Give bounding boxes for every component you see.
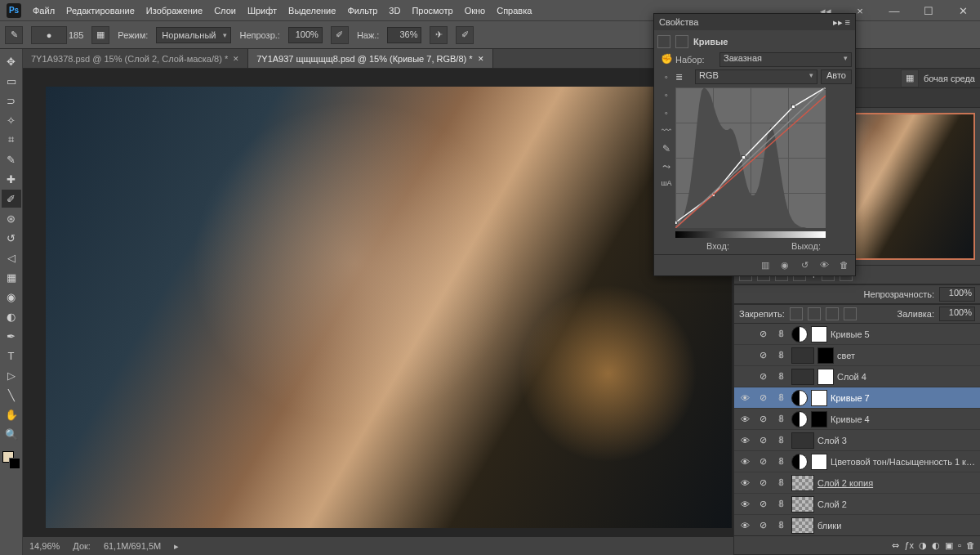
view-prev-icon[interactable]: ◉ <box>778 260 791 271</box>
opacity-input[interactable]: 100% <box>288 27 323 43</box>
link-slot[interactable]: ⊘ <box>755 350 770 360</box>
tool-preset-icon[interactable]: ✎ <box>5 26 23 44</box>
layer-name[interactable]: блики <box>817 521 977 530</box>
layer-row[interactable]: 👁⊘𝟠Слой 2 <box>734 494 980 515</box>
menu-select[interactable]: Выделение <box>288 6 336 16</box>
window-max-icon[interactable]: ☐ <box>911 0 946 21</box>
layer-row[interactable]: 👁⊘𝟠Цветовой тон/Насыщенность 1 ко... <box>734 451 980 472</box>
layer-name[interactable]: Кривые 7 <box>831 393 977 403</box>
link-slot2[interactable]: 𝟠 <box>773 392 788 403</box>
layer-row[interactable]: 👁⊘𝟠Слой 3 <box>734 430 980 451</box>
new-group-icon[interactable]: ▣ <box>945 540 953 551</box>
tablet-pressure-icon[interactable]: ✐ <box>456 26 474 44</box>
pen-tool-icon[interactable]: ✒ <box>2 327 21 345</box>
window-min-icon[interactable]: — <box>877 0 911 21</box>
link-slot2[interactable]: 𝟠 <box>773 520 788 530</box>
collapse-icon[interactable]: ▸▸ ≡ <box>833 17 850 28</box>
lock-all-icon[interactable] <box>844 307 857 320</box>
layer-name[interactable]: Слой 3 <box>817 436 977 445</box>
link-slot2[interactable]: 𝟠 <box>773 499 788 509</box>
pencil-curve-icon[interactable]: ✎ <box>659 143 674 156</box>
link-slot[interactable]: ⊘ <box>755 435 770 445</box>
layer-fill-input[interactable]: 100% <box>939 307 975 321</box>
layer-name[interactable]: свет <box>837 351 977 360</box>
visibility-icon[interactable]: 👁 <box>737 393 752 403</box>
menu-layers[interactable]: Слои <box>214 6 236 16</box>
stamp-tool-icon[interactable]: ⊛ <box>2 209 21 227</box>
flow-input[interactable]: 36% <box>387 27 421 43</box>
channel-select[interactable]: RGB <box>695 69 817 84</box>
trash-icon[interactable]: 🗑 <box>966 540 975 550</box>
link-slot[interactable]: ⊘ <box>755 414 770 424</box>
layer-name[interactable]: Слой 2 <box>817 499 977 509</box>
history-brush-icon[interactable]: ↺ <box>2 229 21 247</box>
fx-icon[interactable]: ƒx <box>904 540 914 550</box>
clip-icon[interactable]: ▥ <box>759 260 772 271</box>
smooth-icon[interactable]: ⤳ <box>659 161 674 174</box>
wand-tool-icon[interactable]: ✧ <box>2 111 21 129</box>
menu-help[interactable]: Справка <box>497 6 532 16</box>
new-adj-icon[interactable]: ◐ <box>932 540 940 551</box>
wa-icon[interactable]: шА <box>659 179 674 192</box>
link-slot[interactable]: ⊘ <box>755 520 770 530</box>
link-icon[interactable]: ⇔ <box>892 540 899 551</box>
visibility-icon[interactable]: 👁 <box>737 478 752 488</box>
link-slot[interactable]: ⊘ <box>755 392 770 403</box>
crop-tool-icon[interactable]: ⌗ <box>2 131 21 149</box>
layer-name[interactable]: Кривые 4 <box>831 414 977 424</box>
curve-point-icon[interactable]: 〰 <box>659 125 674 138</box>
gradient-tool-icon[interactable]: ▦ <box>2 268 21 286</box>
mask-icon[interactable]: ◑ <box>919 540 927 551</box>
hand-tool-icon[interactable]: ✋ <box>2 405 21 423</box>
sample-white-icon[interactable]: ◦ <box>659 71 674 84</box>
link-slot2[interactable]: 𝟠 <box>773 329 788 339</box>
lock-trans-icon[interactable] <box>790 307 803 320</box>
link-slot[interactable]: ⊘ <box>755 499 770 509</box>
link-slot[interactable]: ⊘ <box>755 371 770 382</box>
menu-file[interactable]: Файл <box>33 6 55 16</box>
layer-opacity-input[interactable]: 100% <box>939 287 975 302</box>
link-slot2[interactable]: 𝟠 <box>773 456 788 467</box>
visibility-icon[interactable]: 👁 <box>737 436 752 445</box>
eraser-tool-icon[interactable]: ◁ <box>2 248 21 266</box>
menu-type[interactable]: Шрифт <box>247 6 277 16</box>
menu-edit[interactable]: Редактирование <box>66 6 135 16</box>
layer-row[interactable]: 👁⊘𝟠Слой 2 копия <box>734 472 980 494</box>
layer-name[interactable]: Цветовой тон/Насыщенность 1 ко... <box>831 457 977 467</box>
menu-3d[interactable]: 3D <box>389 6 400 16</box>
trash-icon[interactable]: 🗑 <box>837 260 850 271</box>
document-canvas[interactable] <box>46 87 732 528</box>
visibility-icon[interactable]: 👁 <box>737 521 752 530</box>
close-icon[interactable]: ✕ <box>478 55 484 63</box>
workspace-picker-icon[interactable]: ▦ <box>901 69 919 87</box>
eyedropper-tool-icon[interactable]: ✎ <box>2 150 21 168</box>
lock-pixel-icon[interactable] <box>808 307 821 320</box>
brush-preview[interactable]: ● <box>31 26 67 44</box>
link-slot2[interactable]: 𝟠 <box>773 350 788 360</box>
window-close-icon[interactable]: ✕ <box>946 0 980 21</box>
auto-button[interactable]: Авто <box>821 69 852 84</box>
new-layer-icon[interactable]: ▫ <box>958 540 961 550</box>
layer-row[interactable]: 👁⊘𝟠Кривые 4 <box>734 409 980 430</box>
link-slot[interactable]: ⊘ <box>755 456 770 467</box>
layer-row[interactable]: 👁⊘𝟠блики <box>734 515 980 535</box>
move-tool-icon[interactable]: ✥ <box>2 52 21 70</box>
color-swatches[interactable] <box>2 451 20 469</box>
link-slot2[interactable]: 𝟠 <box>773 435 788 445</box>
zoom-tool-icon[interactable]: 🔍 <box>2 425 21 443</box>
close-icon[interactable]: ✕ <box>233 55 239 63</box>
layer-name[interactable]: Кривые 5 <box>831 329 977 339</box>
document-tab[interactable]: 7Y1A937 щщщщщ8.psd @ 15% (Кривые 7, RGB/… <box>248 49 492 68</box>
type-tool-icon[interactable]: T <box>2 347 21 365</box>
link-slot2[interactable]: 𝟠 <box>773 477 788 488</box>
menu-image[interactable]: Изображение <box>146 6 203 16</box>
layer-name[interactable]: Слой 2 копия <box>817 478 977 488</box>
dodge-tool-icon[interactable]: ◐ <box>2 307 21 325</box>
menu-window[interactable]: Окно <box>465 6 486 16</box>
properties-titlebar[interactable]: Свойства ▸▸ ≡ <box>654 14 855 30</box>
sample-grey-icon[interactable]: ◦ <box>659 89 674 102</box>
marquee-tool-icon[interactable]: ▭ <box>2 72 21 90</box>
layer-row[interactable]: ⊘𝟠свет <box>734 345 980 366</box>
path-tool-icon[interactable]: ▷ <box>2 366 21 384</box>
layer-row[interactable]: ⊘𝟠Кривые 5 <box>734 324 980 345</box>
